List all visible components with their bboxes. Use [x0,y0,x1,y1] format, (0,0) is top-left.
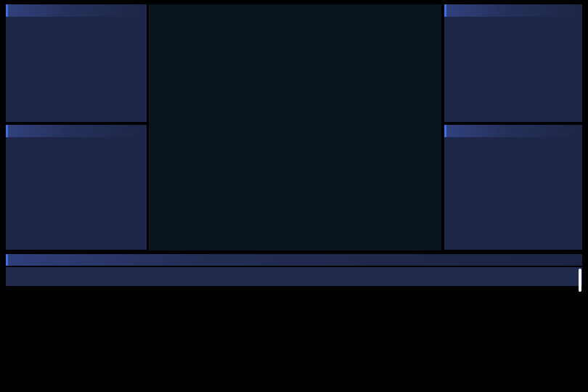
panel-annual-water-quality [6,125,147,250]
table-scrollbar-thumb[interactable] [579,269,581,292]
panel-header [6,4,147,17]
station-report-table [6,254,582,380]
header-accent-bar [6,254,8,266]
exceed-count-chart[interactable] [444,4,582,122]
water-quality-dashboard [0,0,588,392]
panel-monthly-water-quality [6,4,147,122]
donut-hole [27,38,72,83]
table-header-row [6,267,582,286]
station-map[interactable] [149,4,441,250]
exceed-rate-chart[interactable] [444,125,582,250]
table-title-bar [6,254,582,266]
panel-annual-exceed-count [444,4,582,122]
annual-bar-chart[interactable] [6,125,147,250]
panel-exceed-rate [444,125,582,250]
header-accent-bar [6,4,8,17]
